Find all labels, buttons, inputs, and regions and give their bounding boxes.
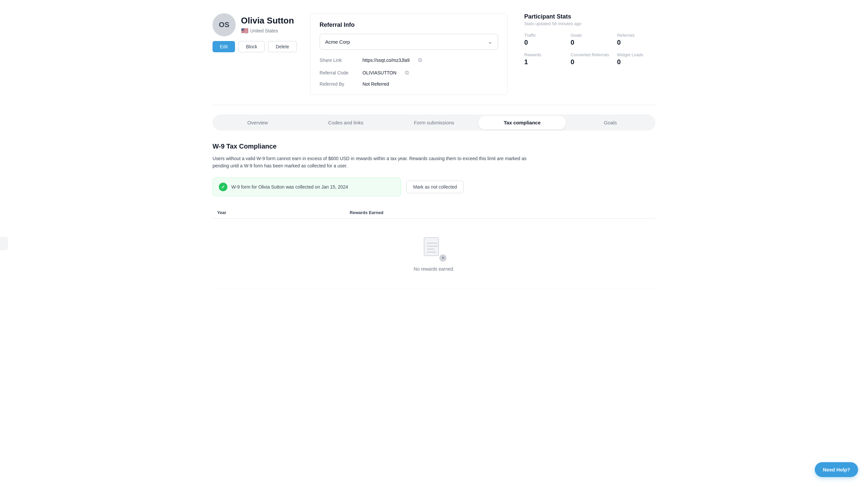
edit-button[interactable]: Edit [213,41,235,52]
empty-icon-wrapper: ✕ [421,236,447,262]
user-info: Olivia Sutton 🇺🇸 United States [241,16,294,34]
rewards-earned-column-header: Rewards Earned [345,207,655,219]
chevron-down-icon: ⌄ [488,38,493,45]
check-circle-icon [219,183,227,191]
program-dropdown[interactable]: Acme Corp ⌄ [320,34,498,50]
copy-share-link-button[interactable]: ⧉ [416,56,424,64]
stat-label: Goals [570,33,609,38]
empty-state: ✕ No rewards earned. [217,223,651,285]
empty-state-cell: ✕ No rewards earned. [213,218,655,289]
stat-label: Traffic [524,33,563,38]
mark-not-collected-button[interactable]: Mark as not collected [406,181,464,193]
w9-status-message: W-9 form for Olivia Sutton was collected… [231,184,348,190]
user-profile: OS Olivia Sutton 🇺🇸 United States Edit B… [213,13,297,95]
stat-value: 1 [524,58,563,66]
stats-title: Participant Stats [524,13,655,20]
program-dropdown-value: Acme Corp [325,39,350,45]
user-actions: Edit Block Delete [213,41,297,52]
top-section: OS Olivia Sutton 🇺🇸 United States Edit B… [213,13,655,105]
empty-x-badge: ✕ [439,254,447,262]
tab-form-submissions[interactable]: Form submissions [391,116,478,130]
referred-by-field: Referred By Not Referred [320,81,498,87]
stat-value: 0 [570,58,609,66]
stat-value: 0 [524,39,563,46]
share-link-value: https://ssqt.co/mz3Jla9 [363,58,409,63]
stat-value: 0 [617,39,655,46]
flag-icon: 🇺🇸 [241,27,248,34]
stat-label: Rewards [524,52,563,57]
copy-referral-code-button[interactable]: ⧉ [403,69,411,77]
block-button[interactable]: Block [238,41,265,52]
referral-code-field: Referral Code OLIVIASUTTON ⧉ [320,69,498,77]
side-nav-indicator [0,237,8,250]
stat-item: Converted Referrals 0 [570,52,609,66]
empty-label: No rewards earned. [414,266,455,271]
stats-grid: Traffic 0 Goals 0 Referrals 0 Rewards 1 … [524,33,655,66]
stat-label: Widget Loads [617,52,655,57]
stat-item: Referrals 0 [617,33,655,46]
stat-label: Converted Referrals [570,52,609,57]
tax-compliance-content: W-9 Tax Compliance Users without a valid… [213,141,655,289]
stat-item: Widget Loads 0 [617,52,655,66]
referral-code-value: OLIVIASUTTON [363,70,396,76]
tab-tax-compliance[interactable]: Tax compliance [478,116,566,130]
w9-status-banner: W-9 form for Olivia Sutton was collected… [213,178,401,196]
tabs-row: OverviewCodes and linksForm submissionsT… [213,114,655,131]
referral-code-label: Referral Code [320,70,356,76]
user-location: 🇺🇸 United States [241,27,294,34]
country-label: United States [250,28,278,33]
share-link-field: Share Link https://ssqt.co/mz3Jla9 ⧉ [320,56,498,64]
tab-goals[interactable]: Goals [566,116,654,130]
delete-button[interactable]: Delete [268,41,297,52]
referred-by-label: Referred By [320,81,356,87]
share-link-label: Share Link [320,58,356,63]
year-column-header: Year [213,207,345,219]
stat-item: Goals 0 [570,33,609,46]
referred-by-value: Not Referred [363,81,389,87]
referral-info-panel: Referral Info Acme Corp ⌄ Share Link htt… [310,13,508,95]
user-identity: OS Olivia Sutton 🇺🇸 United States [213,13,297,36]
user-name: Olivia Sutton [241,16,294,26]
tab-codes-links[interactable]: Codes and links [302,116,390,130]
tabs-section: OverviewCodes and linksForm submissionsT… [213,114,655,131]
stat-value: 0 [570,39,609,46]
referral-panel-title: Referral Info [320,22,498,28]
w9-status-row: W-9 form for Olivia Sutton was collected… [213,178,655,196]
section-description: Users without a valid W-9 form cannot ea… [213,155,530,170]
rewards-table: Year Rewards Earned [213,207,655,289]
stat-item: Rewards 1 [524,52,563,66]
stats-subtitle: Stats updated 58 minutes ago [524,21,655,26]
stat-label: Referrals [617,33,655,38]
section-heading: W-9 Tax Compliance [213,143,655,150]
avatar: OS [213,13,236,36]
stat-value: 0 [617,58,655,66]
participant-stats-panel: Participant Stats Stats updated 58 minut… [521,13,655,95]
tab-overview[interactable]: Overview [214,116,302,130]
stat-item: Traffic 0 [524,33,563,46]
referral-fields: Share Link https://ssqt.co/mz3Jla9 ⧉ Ref… [320,56,498,87]
